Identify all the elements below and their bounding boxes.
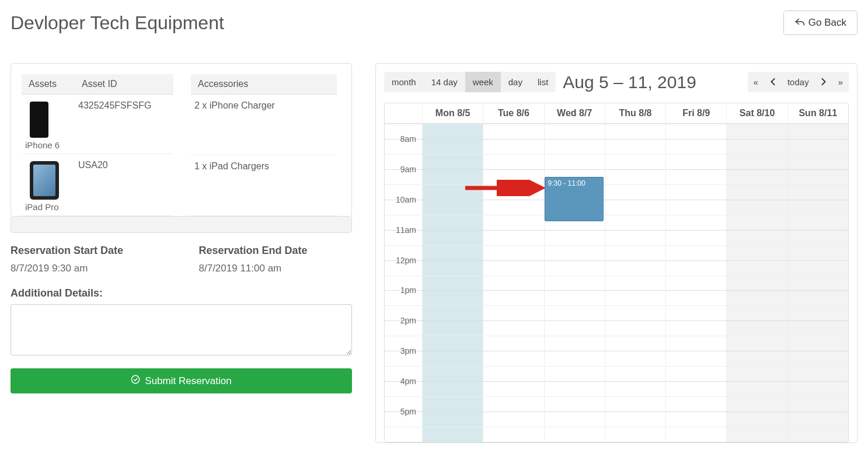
calendar-time-label: 4pm xyxy=(385,377,420,386)
reservation-start-label: Reservation Start Date xyxy=(11,245,164,257)
reservation-end-value: 8/7/2019 11:00 am xyxy=(199,263,353,274)
assets-col-header: Assets xyxy=(22,74,75,95)
view-month-button[interactable]: month xyxy=(384,72,424,92)
accessories-col-header: Accessories xyxy=(191,74,337,95)
calendar-grid[interactable]: Mon 8/5 Tue 8/6 Wed 8/7 Thu 8/8 Fri 8/9 … xyxy=(384,103,849,442)
submit-reservation-label: Submit Reservation xyxy=(145,375,231,387)
calendar-day-header: Sun 8/11 xyxy=(787,103,848,123)
nav-first-button[interactable]: « xyxy=(748,72,764,92)
submit-reservation-button[interactable]: Submit Reservation xyxy=(11,368,352,393)
calendar-nav-group: « today » xyxy=(748,72,849,92)
additional-details-textarea[interactable] xyxy=(11,304,352,356)
asset-name: iPhone 6 xyxy=(25,140,68,150)
tablet-thumbnail-icon xyxy=(30,161,59,200)
accessory-text: 1 x iPad Chargers xyxy=(191,155,337,216)
go-back-button[interactable]: Go Back xyxy=(783,11,857,35)
assets-accessories-panel: Assets Asset ID iPhone 6 4325245FSFSFG xyxy=(11,63,352,217)
calendar-day-header: Fri 8/9 xyxy=(665,103,726,123)
asset-id-col-header: Asset ID xyxy=(75,74,173,95)
view-list-button[interactable]: list xyxy=(530,72,556,92)
additional-details-label: Additional Details: xyxy=(11,287,352,299)
chevron-double-right-icon: » xyxy=(838,77,843,87)
calendar-header-row: Mon 8/5 Tue 8/6 Wed 8/7 Thu 8/8 Fri 8/9 … xyxy=(385,103,848,124)
calendar-time-label: 2pm xyxy=(385,316,420,325)
accessory-text: 2 x iPhone Charger xyxy=(191,95,337,155)
calendar-event-label: 9:30 - 11:00 xyxy=(548,179,585,187)
panel-footer-strip xyxy=(11,217,352,233)
calendar-gutter-header xyxy=(385,103,422,123)
calendar-view-group: month 14 day week day list xyxy=(384,72,556,92)
calendar-day-header: Sat 8/10 xyxy=(726,103,787,123)
table-row: iPad Pro USA20 xyxy=(22,154,173,216)
calendar-range-title: Aug 5 – 11, 2019 xyxy=(563,72,740,92)
reservation-start-value: 8/7/2019 9:30 am xyxy=(11,263,164,274)
asset-id-value: USA20 xyxy=(75,154,173,216)
calendar-time-label: 1pm xyxy=(385,285,420,295)
assets-table: Assets Asset ID iPhone 6 4325245FSFSFG xyxy=(22,74,173,216)
reservation-end-label: Reservation End Date xyxy=(199,245,353,257)
calendar-time-label: 11am xyxy=(385,225,420,235)
accessories-table: Accessories 2 x iPhone Charger 1 x iPad … xyxy=(191,74,337,216)
calendar-event[interactable]: 9:30 - 11:00 xyxy=(545,177,604,221)
table-row: iPhone 6 4325245FSFSFG xyxy=(22,95,173,154)
calendar-time-label: 5pm xyxy=(385,407,420,416)
calendar-day-header: Tue 8/6 xyxy=(483,103,543,123)
table-row: 2 x iPhone Charger xyxy=(191,95,337,155)
view-week-button[interactable]: week xyxy=(465,72,501,92)
phone-thumbnail-icon xyxy=(30,102,48,138)
calendar-day-header: Mon 8/5 xyxy=(422,103,483,123)
nav-last-button[interactable]: » xyxy=(832,72,849,92)
asset-name: iPad Pro xyxy=(25,202,68,212)
svg-point-0 xyxy=(132,375,140,383)
view-day-button[interactable]: day xyxy=(501,72,530,92)
calendar-time-label: 9am xyxy=(385,165,420,174)
calendar-time-label: 10am xyxy=(385,195,420,204)
check-circle-icon xyxy=(131,375,140,387)
page-title: Devloper Tech Equipment xyxy=(11,12,224,34)
chevron-right-icon xyxy=(821,77,827,87)
calendar-time-label: 3pm xyxy=(385,346,420,356)
calendar-body[interactable]: 8am9am10am11am12pm1pm2pm3pm4pm5pm 9:30 -… xyxy=(385,124,848,442)
calendar-day-header: Thu 8/8 xyxy=(605,103,665,123)
chevron-left-icon xyxy=(770,77,776,87)
table-row: 1 x iPad Chargers xyxy=(191,155,337,216)
nav-next-button[interactable] xyxy=(815,72,832,92)
calendar-day-header: Wed 8/7 xyxy=(544,103,605,123)
calendar-toolbar: month 14 day week day list Aug 5 – 11, 2… xyxy=(384,72,849,92)
asset-id-value: 4325245FSFSFG xyxy=(75,95,173,154)
calendar-rows: 8am9am10am11am12pm1pm2pm3pm4pm5pm xyxy=(385,124,848,442)
chevron-double-left-icon: « xyxy=(754,77,758,87)
nav-today-button[interactable]: today xyxy=(782,72,815,92)
calendar-time-label: 8am xyxy=(385,134,420,144)
reply-arrow-icon xyxy=(794,17,805,29)
calendar-panel: month 14 day week day list Aug 5 – 11, 2… xyxy=(375,63,857,443)
nav-prev-button[interactable] xyxy=(764,72,782,92)
view-14day-button[interactable]: 14 day xyxy=(424,72,465,92)
go-back-label: Go Back xyxy=(808,17,846,29)
calendar-time-label: 12pm xyxy=(385,256,420,265)
